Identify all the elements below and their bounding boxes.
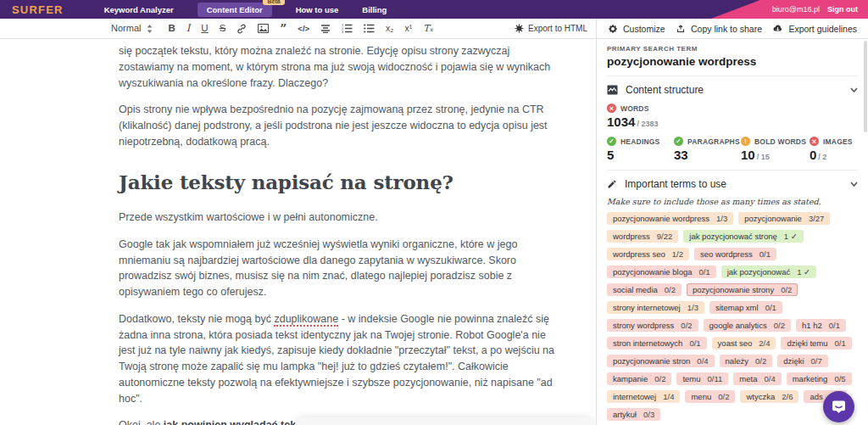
term-chip-count: 0/1: [689, 338, 700, 348]
italic-button[interactable]: I: [186, 24, 191, 34]
term-chip[interactable]: pozycjonowanie bloga0/1: [607, 266, 716, 278]
export-guidelines-label: Export guidelines: [788, 24, 857, 34]
term-chip-label: menu: [691, 392, 711, 401]
term-chip-label: social media: [613, 285, 658, 294]
term-chip-label: wordpress seo: [613, 249, 665, 259]
misspelled-word[interactable]: zduplikowane: [274, 313, 338, 327]
status-warn-icon: [741, 137, 750, 146]
sidebar-scrollbar[interactable]: [864, 41, 867, 132]
stat-target: / 15: [757, 153, 770, 161]
term-chip[interactable]: marketing0/5: [787, 372, 852, 385]
term-chip[interactable]: pozycjonowanie wordpress1/3: [607, 212, 733, 225]
content-structure-section: Content structure WORDS 1034/ 2383 HEADI…: [607, 75, 858, 170]
term-chip[interactable]: stron internetowych0/1: [607, 337, 707, 350]
term-chip[interactable]: pozycjonowanie3/27: [738, 212, 830, 225]
term-chip[interactable]: internetowej1/4: [607, 390, 680, 403]
chat-widget-button[interactable]: [823, 391, 854, 422]
term-chip[interactable]: seo wordpress0/1: [694, 248, 776, 260]
bullet-list-button[interactable]: [364, 24, 375, 33]
content-structure-header[interactable]: Content structure: [607, 84, 858, 96]
chevron-down-icon[interactable]: [850, 182, 858, 187]
nav-keyword-analyzer[interactable]: Keyword Analyzer: [104, 5, 174, 14]
term-chip[interactable]: wtyczka2/6: [740, 390, 798, 403]
term-chip-count: 0/2: [681, 321, 692, 330]
term-chip[interactable]: jak pozycjonować1 ✓: [721, 266, 816, 278]
term-chip[interactable]: menu0/2: [685, 390, 735, 403]
term-chip[interactable]: jak pozycjonować stronę1 ✓: [683, 230, 803, 243]
align-button[interactable]: [320, 25, 331, 33]
insert-image-button[interactable]: [258, 24, 269, 33]
term-chip-count: 0/2: [718, 392, 729, 401]
important-terms-header[interactable]: Important terms to use: [607, 178, 858, 190]
stat-value: 5: [607, 148, 614, 162]
term-chip[interactable]: strony internetowej1/3: [607, 301, 704, 314]
bold-button[interactable]: B: [168, 24, 175, 34]
nav-content-editor-label: Content Editor: [207, 5, 263, 14]
term-chip[interactable]: social media0/2: [607, 283, 682, 296]
term-chip[interactable]: dzięki temu0/1: [781, 337, 851, 350]
term-chip-count: 3/27: [809, 214, 825, 223]
customize-button[interactable]: Customize: [608, 24, 665, 34]
export-to-html-button[interactable]: Export to HTML: [515, 24, 587, 33]
strikethrough-button[interactable]: S: [220, 24, 226, 34]
nav-content-editor[interactable]: Content Editor Beta: [198, 3, 272, 17]
term-chip[interactable]: dzięki0/7: [777, 355, 828, 367]
primary-search-term-label: PRIMARY SEARCH TERM: [607, 45, 858, 53]
primary-search-term: pozycjonowanie wordpress: [607, 55, 858, 68]
ordered-list-button[interactable]: 123: [342, 24, 353, 33]
term-chip-label: sitemap xml: [715, 303, 759, 312]
blockquote-button[interactable]: ”: [280, 23, 287, 35]
term-chip-count: 0/2: [781, 285, 792, 294]
export-html-icon: [515, 24, 524, 33]
paragraph-style-select[interactable]: Normal: [111, 24, 153, 33]
term-chip[interactable]: meta0/4: [733, 372, 781, 385]
stat-label: IMAGES: [823, 137, 853, 146]
term-chip[interactable]: google analytics0/2: [704, 319, 791, 332]
term-chip[interactable]: strony wordpress0/2: [607, 319, 698, 332]
term-chip[interactable]: sitemap xml0/1: [709, 301, 782, 314]
term-chip-label: h1 h2: [802, 321, 822, 330]
content-stats-grid: HEADINGS5PARAGRAPHS33BOLD WORDS10/ 15IMA…: [607, 137, 858, 162]
nav-how-to-use[interactable]: How to use: [296, 5, 339, 14]
term-chip[interactable]: artykuł0/3: [607, 408, 660, 421]
stat-label: WORDS: [620, 104, 649, 113]
term-chip-label: dzięki: [783, 356, 804, 366]
term-chip[interactable]: należy0/2: [720, 355, 773, 367]
content-stat: BOLD WORDS10/ 15: [741, 137, 810, 162]
superscript-button[interactable]: x¹: [404, 24, 412, 33]
underline-button[interactable]: U: [201, 24, 208, 34]
nav-billing[interactable]: Billing: [362, 5, 387, 14]
term-chip[interactable]: h1 h20/1: [796, 319, 846, 332]
term-chip[interactable]: wordpress seo1/2: [607, 248, 689, 260]
paragraph[interactable]: Opis strony nie wpływa bezpośrednio na p…: [119, 102, 562, 149]
subscript-button[interactable]: x₂: [386, 24, 393, 33]
term-chip-count: 0/11: [708, 374, 723, 383]
export-guidelines-button[interactable]: Export guidelines: [772, 24, 857, 34]
term-chip[interactable]: pozycjonowanie strony0/2: [687, 283, 798, 296]
term-chip[interactable]: temu0/11: [676, 372, 728, 385]
clear-formatting-button[interactable]: Tₓ: [423, 24, 433, 33]
chevron-down-icon[interactable]: [850, 87, 858, 92]
stat-label: PARAGRAPHS: [687, 137, 740, 146]
term-chip-label: jak pozycjonować stronę: [689, 232, 777, 241]
copy-link-button[interactable]: Copy link to share: [676, 24, 762, 34]
article-heading[interactable]: Jakie teksty napisać na stronę?: [119, 168, 562, 198]
sign-out-button[interactable]: Sign out: [827, 5, 858, 14]
paragraph[interactable]: Dodatkowo, teksty nie mogą być zduplikow…: [119, 311, 562, 407]
surfer-logo[interactable]: SURFER: [12, 3, 64, 16]
term-chip[interactable]: wordpress9/22: [607, 230, 678, 243]
editor-canvas[interactable]: się początek tekstu, który można znaleźć…: [0, 39, 597, 425]
paragraph[interactable]: Google tak jak wspomniałem już wcześniej…: [119, 237, 562, 300]
term-chip-count: 1/3: [687, 303, 698, 312]
export-to-html-label: Export to HTML: [528, 25, 587, 33]
editor-toolbar: Normal B I U S ” </> 123: [0, 19, 597, 38]
term-chip-label: stron internetowych: [613, 338, 682, 348]
term-chip[interactable]: pozycjonowanie stron0/4: [607, 355, 715, 367]
term-chip[interactable]: kampanie0/2: [607, 372, 671, 385]
term-chip[interactable]: yoast seo2/4: [712, 337, 776, 350]
paragraph[interactable]: się początek tekstu, który można znaleźć…: [119, 43, 562, 91]
code-block-button[interactable]: </>: [298, 25, 309, 33]
ordered-list-icon: 123: [342, 24, 353, 33]
paragraph[interactable]: Przede wszystkim wartościowe i w pełni a…: [119, 210, 562, 226]
insert-link-button[interactable]: [236, 24, 247, 34]
